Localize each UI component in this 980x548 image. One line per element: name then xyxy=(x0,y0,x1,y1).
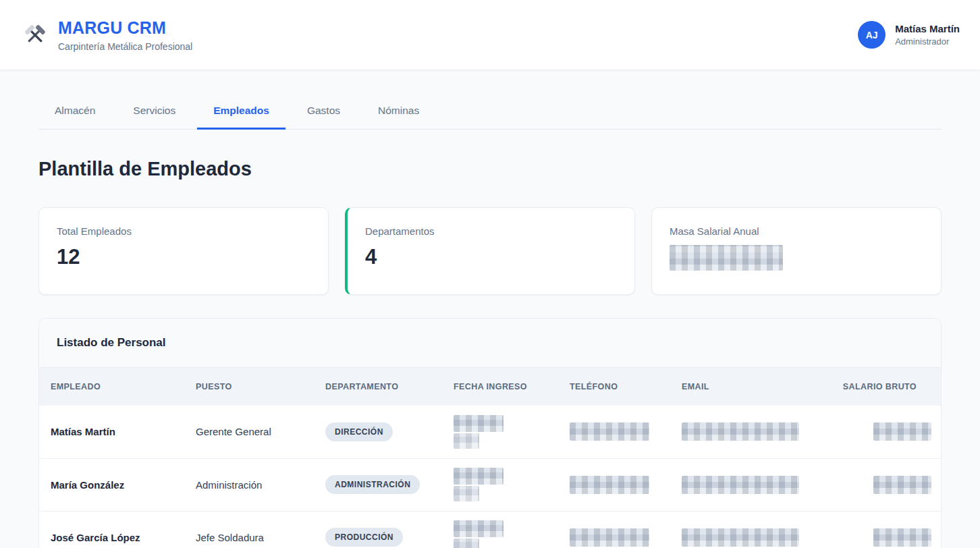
tab-label: Nóminas xyxy=(378,105,419,116)
user-name: Matías Martín xyxy=(895,23,960,34)
redacted-fecha-ingreso xyxy=(442,511,558,548)
table-row: Matías Martín Gerente General DIRECCIÓN xyxy=(39,406,941,458)
crossed-hammers-icon xyxy=(20,20,50,50)
column-header: FECHA INGRESO xyxy=(442,368,558,406)
redacted-email xyxy=(670,511,824,548)
brand-block: MARGU CRM Carpintería Metálica Profesion… xyxy=(58,18,192,52)
department-badge: PRODUCCIÓN xyxy=(325,528,403,547)
stat-card-2: Masa Salarial Anual xyxy=(651,207,942,295)
tab-bar: AlmacénServiciosEmpleadosGastosNóminas xyxy=(38,94,942,130)
column-header: TELÉFONO xyxy=(558,368,670,406)
employee-table: EMPLEADOPUESTODEPARTAMENTOFECHA INGRESOT… xyxy=(39,368,941,548)
user-info: Matías Martín Administrador xyxy=(895,23,960,47)
redacted-fecha-ingreso xyxy=(442,458,558,511)
stats-row: Total Empleados 12 Departamentos 4 Masa … xyxy=(38,207,942,295)
redacted-salario-bruto xyxy=(824,458,941,511)
department-badge: DIRECCIÓN xyxy=(325,422,393,441)
column-header: PUESTO xyxy=(184,368,314,406)
brand-title: MARGU CRM xyxy=(58,18,192,38)
employee-name: José García López xyxy=(39,511,184,548)
employee-department-cell: ADMINISTRACIÓN xyxy=(314,458,442,511)
tab-nominas[interactable]: Nóminas xyxy=(362,94,435,129)
table-card-header: Listado de Personal xyxy=(39,319,941,368)
tab-label: Almacén xyxy=(55,105,95,116)
employee-position: Administración xyxy=(184,458,314,511)
redacted-stat-value xyxy=(670,245,783,271)
app-header: MARGU CRM Carpintería Metálica Profesion… xyxy=(0,0,980,70)
stat-label: Masa Salarial Anual xyxy=(670,225,923,237)
stat-card-0: Total Empleados 12 xyxy=(38,207,329,295)
employee-name: Matías Martín xyxy=(39,406,184,458)
stat-label: Total Empleados xyxy=(57,225,310,237)
stat-label: Departamentos xyxy=(365,225,617,237)
tab-servicios[interactable]: Servicios xyxy=(117,94,192,129)
redacted-fecha-ingreso xyxy=(442,406,558,458)
redacted-telefono xyxy=(558,458,670,511)
brand-tagline: Carpintería Metálica Profesional xyxy=(58,41,192,52)
column-header: EMPLEADO xyxy=(39,368,184,406)
tab-empleados[interactable]: Empleados xyxy=(197,94,285,129)
tab-almacen[interactable]: Almacén xyxy=(38,94,111,129)
redacted-telefono xyxy=(558,511,670,548)
redacted-salario-bruto xyxy=(824,406,941,458)
tab-gastos[interactable]: Gastos xyxy=(291,94,356,129)
tab-label: Servicios xyxy=(133,105,175,116)
table-header-row: EMPLEADOPUESTODEPARTAMENTOFECHA INGRESOT… xyxy=(39,368,941,406)
column-header: SALARIO BRUTO xyxy=(824,368,941,406)
table-row: José García López Jefe Soldadura PRODUCC… xyxy=(39,511,941,548)
department-badge: ADMINISTRACIÓN xyxy=(325,475,420,494)
redacted-email xyxy=(670,458,824,511)
stat-value: 4 xyxy=(365,245,617,269)
table-body: Matías Martín Gerente General DIRECCIÓN … xyxy=(39,406,941,548)
redacted-salario-bruto xyxy=(824,511,941,548)
table-row: María González Administración ADMINISTRA… xyxy=(39,458,941,511)
employee-position: Jefe Soldadura xyxy=(184,511,314,548)
employee-department-cell: PRODUCCIÓN xyxy=(314,511,442,548)
column-header: EMAIL xyxy=(670,368,824,406)
stat-value: 12 xyxy=(57,245,310,269)
tab-label: Empleados xyxy=(213,105,269,116)
tab-label: Gastos xyxy=(307,105,340,116)
employee-department-cell: DIRECCIÓN xyxy=(314,406,442,458)
user-role: Administrador xyxy=(895,36,960,47)
table-title: Listado de Personal xyxy=(57,336,923,350)
main-content: AlmacénServiciosEmpleadosGastosNóminas P… xyxy=(0,94,980,548)
redacted-email xyxy=(670,406,824,458)
user-menu[interactable]: AJ Matías Martín Administrador xyxy=(858,21,960,49)
stat-card-1: Departamentos 4 xyxy=(345,207,635,295)
page-title: Plantilla de Empleados xyxy=(38,158,942,180)
avatar[interactable]: AJ xyxy=(858,21,886,49)
employee-table-card: Listado de Personal EMPLEADOPUESTODEPART… xyxy=(38,318,942,548)
column-header: DEPARTAMENTO xyxy=(314,368,442,406)
employee-name: María González xyxy=(39,458,184,511)
redacted-telefono xyxy=(558,406,670,458)
employee-position: Gerente General xyxy=(184,406,314,458)
